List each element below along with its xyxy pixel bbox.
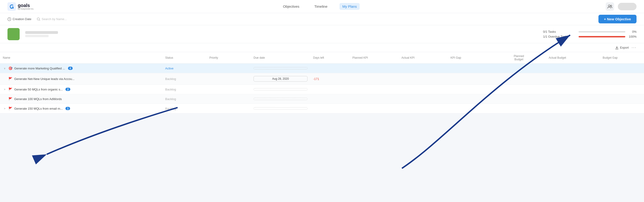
status-cell: Backlog	[162, 94, 206, 104]
actual-budget-cell	[546, 104, 600, 114]
objective-name: Generate 50 MQLs from organic s...	[14, 88, 62, 91]
export-icon	[615, 46, 618, 49]
days-left-cell: -171	[310, 73, 350, 85]
header: goals by KeepSolid Inc. Objectives Timel…	[0, 0, 644, 13]
col-header-planned-kpi: Planned KPI	[350, 52, 399, 64]
col-header-planned-budget: PlannedBudget	[492, 52, 546, 64]
budget-gap-cell	[600, 73, 644, 85]
more-button[interactable]: ···	[632, 45, 636, 50]
table-header-row: Name Status Priority Due date Days left …	[0, 52, 644, 64]
svg-point-1	[608, 5, 610, 7]
budget-gap-cell	[600, 64, 644, 73]
actual-budget-cell	[546, 64, 600, 73]
search-wrap[interactable]: Search by Name...	[37, 17, 67, 21]
search-placeholder: Search by Name...	[42, 17, 67, 21]
priority-cell	[206, 94, 251, 104]
planned-kpi-cell	[350, 73, 399, 85]
priority-cell	[206, 104, 251, 114]
budget-gap-cell	[600, 94, 644, 104]
new-objective-button[interactable]: + New Objective	[598, 15, 636, 24]
table-row: >🚩Generate 150 MQLs from email m...1Back…	[0, 104, 644, 114]
flag-icon: 🚩	[8, 97, 12, 101]
expand-button[interactable]	[3, 77, 6, 81]
nav-timeline[interactable]: Timeline	[312, 3, 330, 10]
col-header-budget-gap: Budget Gap	[600, 52, 644, 64]
actual-kpi-cell	[399, 64, 448, 73]
due-date-cell[interactable]	[251, 85, 310, 94]
summary-info	[25, 31, 538, 37]
due-date-cell[interactable]	[251, 94, 310, 104]
due-date-cell[interactable]	[251, 64, 310, 73]
name-cell[interactable]: 🚩Generate 100 MQLs from AdWords	[0, 94, 162, 104]
actual-kpi-cell	[399, 104, 448, 114]
objectives-table: Name Status Priority Due date Days left …	[0, 52, 644, 114]
app-name: goals	[18, 3, 34, 8]
tasks-pct: 0%	[628, 30, 636, 34]
team-icon[interactable]	[606, 2, 614, 11]
expand-button[interactable]: >	[3, 106, 6, 110]
nav-objectives[interactable]: Objectives	[280, 3, 302, 10]
due-date-filled[interactable]: Aug 28, 2020	[254, 76, 308, 82]
logo-icon	[8, 2, 16, 11]
logo-text: goals by KeepSolid Inc.	[18, 3, 34, 10]
days-left-cell	[310, 104, 350, 114]
col-header-kpi-gap: KPI Gap	[448, 52, 492, 64]
status-cell: Active	[162, 64, 206, 73]
due-date-box[interactable]	[254, 67, 308, 70]
actual-kpi-cell	[399, 85, 448, 94]
summary-name	[25, 31, 58, 34]
name-cell[interactable]: >🚩Generate 150 MQLs from email m...1	[0, 104, 162, 114]
kpi-gap-cell	[448, 85, 492, 94]
export-button[interactable]: Export	[615, 46, 629, 49]
nav-my-plans[interactable]: My Plans	[340, 3, 360, 10]
due-date-cell[interactable]	[251, 104, 310, 114]
tasks-row: 0/1 Tasks 0%	[543, 30, 636, 34]
table-row: 🚩Generate 100 MQLs from AdWordsBacklog	[0, 94, 644, 104]
tasks-progress-bar	[578, 31, 625, 32]
expand-button[interactable]: v	[3, 66, 6, 70]
budget-gap-cell	[600, 85, 644, 94]
tasks-label: 0/1 Tasks	[543, 30, 576, 34]
planned-budget-cell	[492, 85, 546, 94]
flag-icon: 🎯	[8, 66, 12, 70]
kpi-gap-cell	[448, 94, 492, 104]
col-header-status: Status	[162, 52, 206, 64]
actual-budget-cell	[546, 85, 600, 94]
planned-kpi-cell	[350, 104, 399, 114]
due-date-box[interactable]	[254, 107, 308, 110]
actual-budget-cell	[546, 73, 600, 85]
due-date-box[interactable]	[254, 98, 308, 100]
col-header-actual-budget: Actual Budget	[546, 52, 600, 64]
creation-date-btn[interactable]: Creation Date	[8, 17, 31, 21]
name-cell[interactable]: >🚩Generate 50 MQLs from organic s...2	[0, 85, 162, 94]
status-cell: Backlog	[162, 73, 206, 85]
expand-button[interactable]: >	[3, 88, 6, 91]
objective-avatar	[8, 28, 20, 40]
overdue-progress-bar	[578, 36, 625, 38]
actual-kpi-cell	[399, 94, 448, 104]
overdue-row: 1/1 Overdue Task 100%	[543, 35, 636, 38]
people-icon	[607, 4, 612, 9]
due-date-cell[interactable]: Aug 28, 2020	[251, 73, 310, 85]
table-row: v🎯Generate more Marketing Qualified ...4…	[0, 64, 644, 73]
task-progress: 0/1 Tasks 0% 1/1 Overdue Task 100%	[543, 30, 636, 38]
name-cell[interactable]: 🚩Generate Net-New Unique leads via Accou…	[0, 73, 162, 85]
svg-point-2	[610, 5, 612, 6]
objective-name: Generate 150 MQLs from email m...	[14, 107, 62, 110]
user-avatar[interactable]	[618, 3, 636, 10]
toolbar: Creation Date Search by Name... + New Ob…	[0, 13, 644, 25]
col-header-priority: Priority	[206, 52, 251, 64]
expand-button[interactable]	[3, 97, 6, 101]
creation-date-label: Creation Date	[12, 17, 31, 21]
days-left-cell	[310, 85, 350, 94]
planned-kpi-cell	[350, 64, 399, 73]
name-cell[interactable]: v🎯Generate more Marketing Qualified ...4	[0, 64, 162, 73]
col-header-actual-kpi: Actual KPI	[399, 52, 448, 64]
budget-gap-cell	[600, 104, 644, 114]
overdue-pct: 100%	[628, 35, 636, 38]
nav-center: Objectives Timeline My Plans	[280, 3, 360, 10]
due-date-box[interactable]	[254, 88, 308, 90]
badge: 2	[66, 88, 70, 91]
toolbar-left: Creation Date Search by Name...	[8, 17, 67, 21]
logo-area: goals by KeepSolid Inc.	[8, 2, 34, 11]
